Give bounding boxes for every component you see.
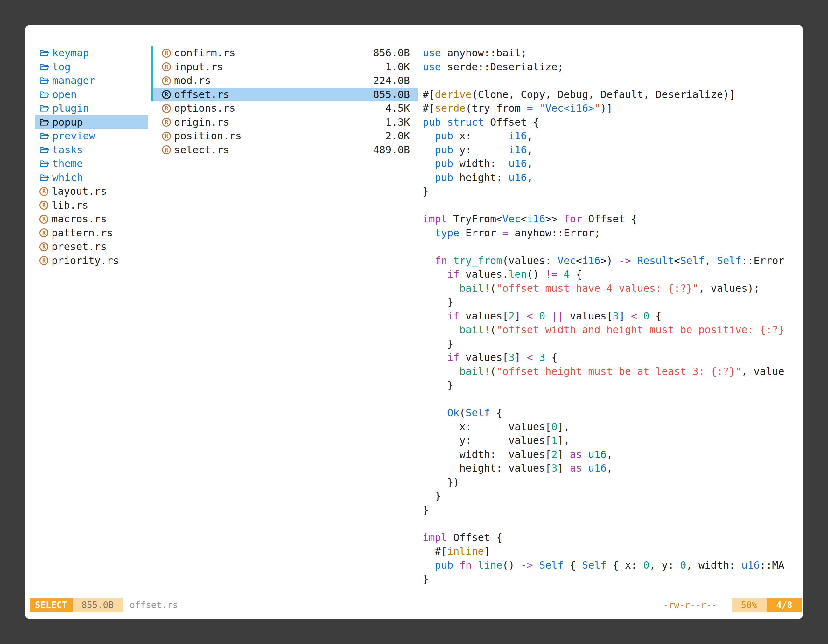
rust-file-icon: R bbox=[39, 201, 49, 210]
dir-entry-row[interactable]: R preview bbox=[35, 129, 147, 143]
file-name: origin.rs bbox=[174, 116, 229, 130]
parent-dir-list: R keymap R log bbox=[35, 46, 147, 268]
file-size-badge: 855.0B bbox=[72, 598, 122, 612]
file-size: 855.0B bbox=[373, 88, 410, 102]
entry-name: pattern.rs bbox=[52, 226, 113, 240]
dir-entry-row[interactable]: R preset.rs bbox=[35, 240, 147, 254]
file-name: mod.rs bbox=[174, 74, 211, 88]
yazi-file-manager-window: R keymap R log bbox=[25, 25, 803, 619]
rust-file-icon: R bbox=[162, 63, 171, 71]
dir-entry-row[interactable]: R lib.rs bbox=[35, 199, 147, 213]
dir-entry-row[interactable]: R macros.rs bbox=[35, 212, 147, 226]
file-size: 224.0B bbox=[373, 74, 410, 88]
entry-name: which bbox=[52, 171, 83, 185]
rust-file-icon: R bbox=[39, 243, 49, 251]
dir-entry-row[interactable]: R priority.rs bbox=[35, 254, 147, 268]
file-row[interactable]: R confirm.rs 856.0B bbox=[151, 46, 417, 60]
entry-name: log bbox=[52, 60, 71, 74]
entry-name: keymap bbox=[52, 46, 89, 60]
permissions-text: -rw-r--r-- bbox=[663, 600, 717, 610]
file-name: offset.rs bbox=[174, 88, 229, 102]
folder-icon bbox=[39, 63, 49, 71]
file-row[interactable]: R offset.rs 855.0B bbox=[151, 88, 417, 102]
entry-name: preview bbox=[52, 129, 95, 143]
entry-name: theme bbox=[52, 157, 83, 171]
file-size: 1.3K bbox=[385, 116, 410, 130]
folder-icon bbox=[39, 174, 49, 182]
rust-file-icon: R bbox=[39, 229, 49, 237]
mode-badge: SELECT bbox=[30, 598, 72, 612]
entry-name: preset.rs bbox=[52, 240, 107, 254]
dir-entry-row[interactable]: R pattern.rs bbox=[35, 226, 147, 240]
file-size: 4.5K bbox=[385, 102, 410, 116]
file-size: 856.0B bbox=[373, 46, 410, 60]
file-name: input.rs bbox=[174, 60, 223, 74]
file-size: 489.0B bbox=[373, 143, 410, 157]
folder-icon bbox=[39, 160, 49, 168]
folder-icon bbox=[39, 77, 49, 85]
file-size: 1.0K bbox=[385, 60, 410, 74]
entry-name: plugin bbox=[52, 102, 89, 116]
folder-icon bbox=[39, 49, 49, 57]
file-size: 2.0K bbox=[385, 129, 410, 143]
rust-file-icon: R bbox=[39, 187, 49, 196]
folder-icon bbox=[39, 91, 49, 99]
file-row[interactable]: R options.rs 4.5K bbox=[151, 102, 417, 116]
folder-icon bbox=[39, 118, 49, 126]
rust-file-icon: R bbox=[162, 49, 171, 58]
file-row[interactable]: R select.rs 489.0B bbox=[151, 143, 417, 157]
panel-divider-right bbox=[417, 45, 418, 595]
entry-name: layout.rs bbox=[52, 185, 107, 199]
rust-file-icon: R bbox=[162, 118, 171, 127]
file-name: confirm.rs bbox=[174, 46, 235, 60]
folder-icon bbox=[39, 132, 49, 140]
rust-file-icon: R bbox=[162, 132, 171, 141]
file-row[interactable]: R origin.rs 1.3K bbox=[151, 116, 417, 130]
rust-file-icon: R bbox=[162, 104, 171, 113]
file-list: R confirm.rs 856.0B R input.rs 1.0K R mo… bbox=[151, 46, 417, 157]
dir-entry-row[interactable]: R open bbox=[35, 88, 147, 102]
dir-entry-row[interactable]: R keymap bbox=[35, 46, 147, 60]
file-name: position.rs bbox=[174, 129, 242, 143]
dir-entry-row[interactable]: R tasks bbox=[35, 143, 147, 157]
entry-name: tasks bbox=[52, 143, 83, 157]
entry-name: priority.rs bbox=[52, 254, 119, 268]
entry-name: macros.rs bbox=[52, 212, 107, 226]
screen-background: R keymap R log bbox=[0, 0, 828, 644]
file-row[interactable]: R position.rs 2.0K bbox=[151, 129, 417, 143]
rust-file-icon: R bbox=[162, 90, 171, 99]
status-bar: SELECT 855.0B offset.rs -rw-r--r-- 50% 4… bbox=[30, 598, 802, 612]
file-name: select.rs bbox=[174, 143, 229, 157]
entry-name: lib.rs bbox=[52, 199, 88, 213]
rust-file-icon: R bbox=[162, 146, 171, 154]
rust-file-icon: R bbox=[39, 215, 49, 224]
scroll-percent-badge: 50% bbox=[732, 598, 767, 612]
entry-name: manager bbox=[52, 74, 95, 88]
rust-file-icon: R bbox=[162, 76, 171, 85]
file-row[interactable]: R mod.rs 224.0B bbox=[151, 74, 417, 88]
file-row[interactable]: R input.rs 1.0K bbox=[151, 60, 417, 74]
entry-name: open bbox=[52, 88, 77, 102]
preview-panel[interactable]: use anyhow::bail;use serde::Deserialize;… bbox=[423, 46, 802, 586]
current-dir-panel: R confirm.rs 856.0B R input.rs 1.0K R mo… bbox=[151, 46, 417, 157]
dir-entry-row[interactable]: R which bbox=[35, 171, 147, 185]
status-right: -rw-r--r-- 50% 4/8 bbox=[663, 598, 802, 612]
status-left: SELECT 855.0B offset.rs bbox=[30, 598, 178, 612]
rust-file-icon: R bbox=[39, 256, 49, 265]
folder-icon bbox=[39, 146, 49, 154]
dir-entry-row[interactable]: R manager bbox=[35, 74, 147, 88]
cursor-position-badge: 4/8 bbox=[767, 598, 802, 612]
entry-name: popup bbox=[52, 116, 83, 130]
dir-entry-row[interactable]: R popup bbox=[35, 116, 147, 130]
dir-entry-row[interactable]: R log bbox=[35, 60, 147, 74]
code-content: use anyhow::bail;use serde::Deserialize;… bbox=[423, 46, 802, 586]
folder-icon bbox=[39, 104, 49, 112]
parent-dir-panel: R keymap R log bbox=[35, 46, 147, 268]
dir-entry-row[interactable]: R theme bbox=[35, 157, 147, 171]
file-name: options.rs bbox=[174, 102, 235, 116]
dir-entry-row[interactable]: R layout.rs bbox=[35, 185, 147, 199]
status-filename: offset.rs bbox=[130, 600, 178, 610]
dir-entry-row[interactable]: R plugin bbox=[35, 102, 147, 116]
